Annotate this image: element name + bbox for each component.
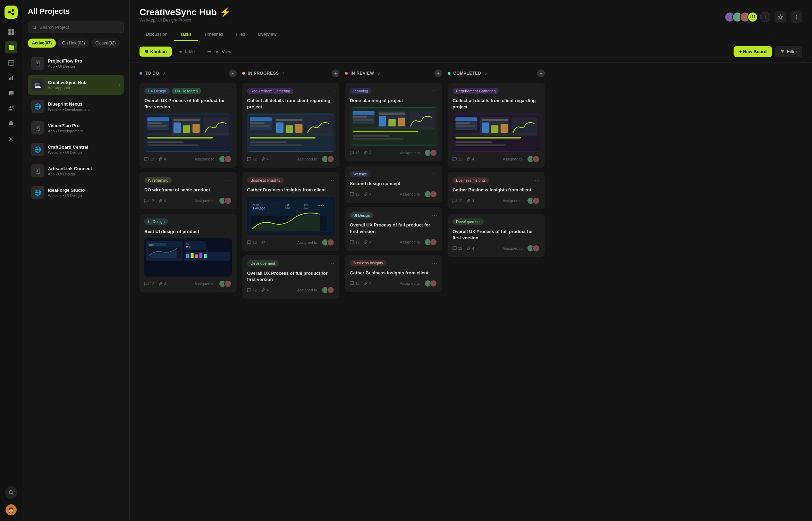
users-nav-icon[interactable] <box>5 102 17 115</box>
col-add-button[interactable]: + <box>229 69 237 77</box>
project-meta: App • Developement <box>48 129 120 133</box>
sidebar-project-item[interactable]: 🌐 Blueprint Nexus Website • Developement <box>28 96 124 116</box>
card-menu-button[interactable]: ⋯ <box>432 88 437 94</box>
chart-nav-icon[interactable] <box>5 72 17 84</box>
svg-point-2 <box>12 13 14 15</box>
settings-nav-icon[interactable] <box>5 133 17 145</box>
main-tab-tasks[interactable]: Tasks <box>174 28 198 41</box>
assigned-label: Assigned to <box>400 151 420 155</box>
attachment-count: 4 <box>261 288 269 292</box>
svg-rect-58 <box>204 254 206 258</box>
kanban-card[interactable]: UI Design⋯Best UI design of product 2985… <box>139 214 237 292</box>
card-title: Overall UX Process of full product for f… <box>452 229 540 241</box>
kanban-card[interactable]: Developement⋯Overall UX Process of full … <box>242 255 339 299</box>
main-tab-files[interactable]: Files <box>229 28 251 41</box>
search-input[interactable] <box>40 25 119 30</box>
assignee-avatar-1 <box>532 197 540 205</box>
card-tag: Business Insights <box>247 177 284 183</box>
view-btn-kanban[interactable]: ⊞ Kanban <box>139 47 172 57</box>
col-add-button[interactable]: + <box>434 69 442 77</box>
search-nav-button[interactable] <box>5 486 17 499</box>
sidebar-project-item[interactable]: 📱 ArtisanLink Connect App • UI Design <box>28 161 124 181</box>
kanban-card[interactable]: Requirement Gathering⋯Collect all detail… <box>242 83 339 168</box>
comment-icon <box>247 240 251 245</box>
sidebar-project-item[interactable]: 🌐 IdeaForge Studio Website • UI Design <box>28 182 124 202</box>
card-tag: Business Insights <box>452 177 489 183</box>
svg-rect-108 <box>491 125 498 133</box>
sidebar-project-item[interactable]: 💻 CreativeSync Hub WebApp • All › <box>28 75 124 95</box>
svg-rect-56 <box>195 254 198 258</box>
calendar-nav-icon[interactable] <box>5 56 17 69</box>
bell-nav-icon[interactable] <box>5 117 17 130</box>
search-icon <box>32 25 37 30</box>
card-menu-button[interactable]: ⋯ <box>329 260 335 267</box>
kanban-card[interactable]: Business Insights⋯Gather Business insigh… <box>448 172 545 209</box>
sidebar-project-item[interactable]: 🌐 CraftBoard Central Website • UI Design <box>28 139 124 159</box>
kanban-card[interactable]: Website⋯Second design concept 12 4 Assig… <box>345 166 442 203</box>
assigned-label: Assigned to <box>400 192 420 196</box>
card-tags: Planning <box>350 88 372 94</box>
card-menu-button[interactable]: ⋯ <box>226 88 232 94</box>
kanban-card[interactable]: Developement⋯Overall UX Process of full … <box>448 214 545 257</box>
filter-onhold[interactable]: On Hold(03) <box>58 39 89 48</box>
main-tab-overview[interactable]: Overview <box>252 28 283 41</box>
assigned-label: Assigned to <box>195 282 214 286</box>
project-icon: 🌐 <box>31 186 44 199</box>
assigned-label: Assigned to <box>297 240 317 245</box>
main-tab-discussion[interactable]: Discussion <box>139 28 174 41</box>
attachment-count: 4 <box>158 199 166 203</box>
col-add-button[interactable]: + <box>332 69 339 77</box>
card-menu-button[interactable]: ⋯ <box>329 177 335 183</box>
dashboard-nav-icon[interactable] <box>5 26 17 38</box>
user-avatar[interactable]: 👩 <box>6 504 17 515</box>
card-menu-button[interactable]: ⋯ <box>432 212 437 218</box>
svg-line-20 <box>12 494 13 495</box>
add-member-button[interactable]: + <box>760 12 770 22</box>
card-top: Business Insights⋯ <box>247 177 335 183</box>
svg-rect-111 <box>455 133 537 135</box>
card-menu-button[interactable]: ⋯ <box>432 171 437 177</box>
assignee-avatar-1 <box>430 190 437 198</box>
project-name: VisionPlan Pro <box>48 123 120 128</box>
main-tab-timelines[interactable]: Timelines <box>198 28 229 41</box>
col-count: 5 <box>485 71 487 75</box>
kanban-card[interactable]: UX DesignUX Research⋯Overall UX Process … <box>139 83 237 168</box>
card-menu-button[interactable]: ⋯ <box>329 88 335 94</box>
kanban-column-todo: TO DO 3 + UX DesignUX Research⋯Overall U… <box>139 69 237 514</box>
svg-rect-43 <box>147 142 184 143</box>
assigned-label: Assigned to <box>503 246 523 250</box>
attachment-count: 4 <box>158 282 166 286</box>
chat-nav-icon[interactable] <box>5 87 17 99</box>
filter-button[interactable]: Filter <box>775 46 802 57</box>
attachment-count: 4 <box>466 199 474 203</box>
filter-active[interactable]: Active(07) <box>28 39 56 48</box>
sidebar-project-item[interactable]: 📱 ProjectFlow Pro App • UI Design <box>28 53 124 73</box>
kanban-card[interactable]: Planning⋯Done planning of project 12 <box>345 83 442 162</box>
assignee-avatar-1 <box>327 286 335 294</box>
folder-nav-icon[interactable] <box>5 41 17 53</box>
view-btn-table[interactable]: ≡ Table <box>175 47 200 57</box>
card-menu-button[interactable]: ⋯ <box>534 218 540 225</box>
attachment-icon <box>158 199 162 203</box>
card-footer: 12 4 Assigned to <box>350 280 437 287</box>
card-menu-button[interactable]: ⋯ <box>226 218 232 225</box>
star-button[interactable] <box>775 11 786 23</box>
col-add-button[interactable]: + <box>537 69 545 77</box>
new-board-button[interactable]: + New Board <box>734 46 772 57</box>
kanban-card[interactable]: Requirement Gathering⋯Collect all detail… <box>448 83 545 168</box>
kanban-card[interactable]: UI Design⋯Overall UX Process of full pro… <box>345 207 442 250</box>
card-menu-button[interactable]: ⋯ <box>432 260 437 266</box>
assignee-avatars <box>219 280 232 288</box>
card-menu-button[interactable]: ⋯ <box>534 177 540 183</box>
more-options-button[interactable] <box>790 11 802 23</box>
sidebar-project-item[interactable]: 📱 VisionPlan Pro App • Developement <box>28 118 124 138</box>
card-menu-button[interactable]: ⋯ <box>534 88 540 94</box>
filter-closed[interactable]: Closed(02) <box>91 39 120 48</box>
kanban-card[interactable]: Business Insights⋯Gather Business insigh… <box>345 255 442 292</box>
svg-text:5892: 5892 <box>304 207 309 209</box>
card-menu-button[interactable]: ⋯ <box>226 177 232 183</box>
assignee-avatars <box>527 197 540 205</box>
view-btn-list-view[interactable]: ☰ List View <box>202 47 236 57</box>
kanban-card[interactable]: Wireframing⋯DO wireframe of same product… <box>139 172 237 209</box>
kanban-card[interactable]: Business Insights⋯Gather Business insigh… <box>242 172 339 251</box>
